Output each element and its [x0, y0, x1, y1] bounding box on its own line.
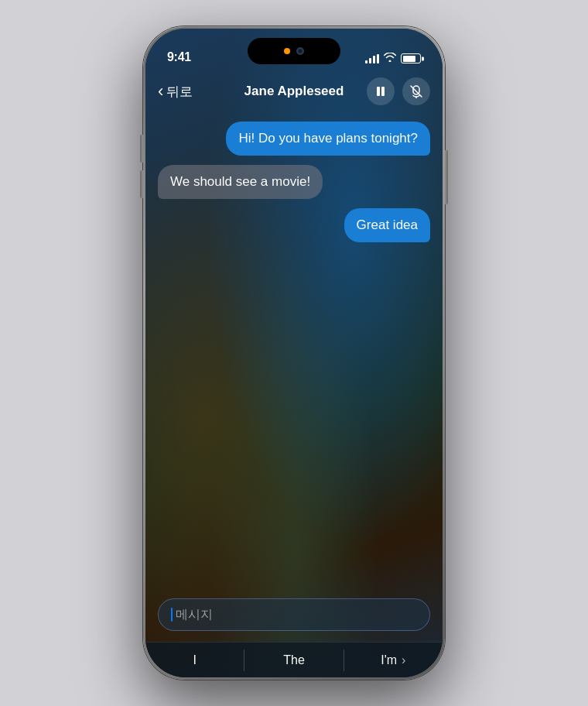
chevron-right-icon: ›: [402, 653, 405, 667]
bar4: [377, 54, 379, 63]
suggestion-the-text: The: [283, 653, 305, 667]
message-bubble-1[interactable]: Hi! Do you have plans tonight?: [226, 122, 430, 156]
suggestion-im[interactable]: I'm ›: [344, 643, 443, 677]
mute-button[interactable]: [402, 77, 430, 105]
status-icons: [365, 53, 421, 64]
battery-fill: [403, 56, 416, 62]
message-row: Great idea: [158, 208, 430, 242]
message-row: We should see a movie!: [158, 165, 430, 199]
bar1: [365, 60, 368, 63]
island-indicator: [284, 48, 290, 54]
svg-rect-0: [377, 87, 380, 96]
back-label: 뒤로: [166, 83, 193, 101]
pause-button[interactable]: [367, 77, 395, 105]
bar2: [369, 58, 371, 63]
island-camera: [296, 47, 304, 55]
phone-frame: 9:41: [143, 26, 445, 680]
message-bubble-2[interactable]: We should see a movie!: [158, 165, 323, 199]
battery-icon: [401, 53, 421, 63]
text-cursor: [171, 608, 173, 622]
back-button[interactable]: ‹ 뒤로: [158, 83, 193, 101]
message-bubble-3[interactable]: Great idea: [344, 208, 430, 242]
nav-actions: [367, 77, 430, 105]
keyboard-suggestions: I The I'm ›: [145, 642, 443, 677]
navigation-bar: ‹ 뒤로 Jane Appleseed: [145, 70, 443, 112]
svg-rect-1: [381, 87, 385, 96]
signal-icon: [365, 54, 379, 63]
power-button[interactable]: [445, 150, 448, 204]
suggestion-im-text: I'm: [381, 653, 397, 667]
screen-content: 9:41: [145, 29, 443, 677]
volume-down-button[interactable]: [140, 170, 143, 198]
message-input[interactable]: 메시지: [158, 598, 430, 631]
chevron-left-icon: ‹: [158, 83, 163, 100]
status-time: 9:41: [167, 50, 191, 64]
phone-screen: 9:41: [145, 29, 443, 677]
message-row: Hi! Do you have plans tonight?: [158, 122, 430, 156]
bar3: [373, 56, 375, 63]
wifi-icon: [384, 53, 396, 64]
suggestion-i[interactable]: I: [145, 643, 244, 677]
dynamic-island: [248, 38, 340, 64]
contact-name: Jane Appleseed: [244, 84, 344, 99]
suggestion-the[interactable]: The: [244, 643, 343, 677]
input-area: 메시지: [145, 591, 443, 642]
volume-up-button[interactable]: [140, 135, 143, 163]
svg-line-2: [411, 86, 422, 97]
suggestion-i-text: I: [193, 653, 196, 667]
input-placeholder: 메시지: [176, 607, 213, 623]
messages-area: Hi! Do you have plans tonight? We should…: [145, 112, 443, 591]
